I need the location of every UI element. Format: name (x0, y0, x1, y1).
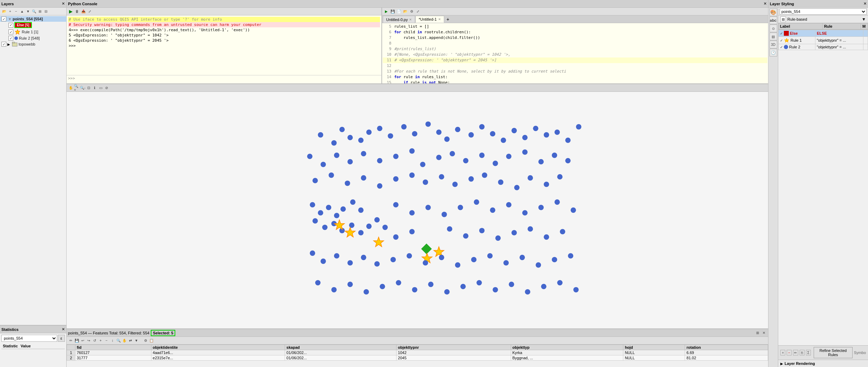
move-selection-icon[interactable]: ↕ (110, 338, 115, 344)
tab-untitled-1[interactable]: *Untitled-1 ✕ (415, 16, 444, 23)
pan-selection-icon[interactable]: ✋ (122, 338, 127, 344)
filter-icon[interactable]: ▼ (134, 338, 139, 344)
copy-icon[interactable]: 📋 (149, 338, 154, 344)
copy-rule-icon[interactable]: ⎘ (800, 350, 805, 355)
deselect-icon[interactable]: ⊘ (104, 85, 109, 91)
tab-untitled-0[interactable]: Untitled-0.py ✕ (383, 16, 415, 23)
python-console-close-icon[interactable]: ✕ (764, 1, 767, 6)
undo-icon[interactable]: ↩ (80, 338, 86, 344)
remove-layer-icon[interactable]: − (13, 9, 19, 14)
layer-filter-icon[interactable]: 🔍 (31, 9, 37, 14)
refresh-icon[interactable]: ↺ (92, 338, 97, 344)
zoom-extent-icon[interactable]: ⊡ (86, 85, 91, 91)
tab-untitled-1-close[interactable]: ✕ (438, 18, 441, 21)
else-check[interactable]: ✓ (780, 32, 783, 35)
renderer-dropdown-icon[interactable]: ▼ (862, 17, 866, 22)
zoom-selection-icon[interactable]: 🔍 (116, 338, 121, 344)
attr-col-rotation[interactable]: rotation (685, 345, 768, 350)
clear-icon[interactable]: 🗑 (74, 9, 80, 14)
layers-close-icon[interactable]: ✕ (62, 1, 65, 6)
attr-col-fid[interactable]: fid (75, 345, 151, 350)
table-settings-icon[interactable]: ⚙ (143, 338, 148, 344)
layer-item-topowebb[interactable]: ▶ topowebb (0, 41, 66, 47)
redo-icon[interactable]: ↪ (86, 338, 91, 344)
styling-3d-icon[interactable]: 3D (769, 41, 777, 48)
editor-open-icon[interactable]: 📂 (402, 9, 408, 14)
add-feature-icon[interactable]: + (98, 338, 103, 344)
editor-expand-icon[interactable]: ⤢ (415, 9, 421, 14)
edit-icon[interactable]: ✏ (68, 338, 74, 344)
save-edits-icon[interactable]: 💾 (74, 338, 80, 344)
open-layer-icon[interactable]: 📂 (1, 9, 7, 14)
zoom-in-icon[interactable]: 🔍+ (74, 85, 80, 91)
editor-run-icon[interactable]: ▶ (384, 9, 389, 14)
delete-feature-icon[interactable]: − (104, 338, 109, 344)
layer-item-else[interactable]: Else [5] (0, 22, 66, 28)
add-rule-icon[interactable]: + (780, 350, 785, 355)
attr-col-objektidentite[interactable]: objektidentite (151, 345, 285, 350)
run-icon[interactable]: ▶ (68, 9, 74, 14)
attr-col-hojd[interactable]: hojd (623, 345, 685, 350)
rules-col-m[interactable]: M (861, 23, 868, 29)
new-tab-btn[interactable]: + (445, 16, 452, 22)
attr-col-objekttyp[interactable]: objekttyp (511, 345, 623, 350)
styling-abc-icon[interactable]: abc (769, 16, 777, 24)
pan-icon[interactable]: ✋ (68, 85, 74, 91)
layer-item-points554[interactable]: ▼ points_554 [554] (0, 16, 66, 22)
layer-checkbox-rule1[interactable] (8, 29, 13, 34)
expand-console-icon[interactable]: ⤢ (87, 9, 93, 14)
rule-row-2[interactable]: ✓ Rule 2 "objekttypnr" = ... (779, 44, 868, 50)
attr-table-close-icon[interactable]: ✕ (761, 330, 767, 336)
attr-col-objekttypnr[interactable]: objekttypnr (396, 345, 511, 350)
layer-rendering-toggle[interactable]: ▶ Layer Rendering (780, 361, 866, 366)
tab-untitled-0-close[interactable]: ✕ (409, 18, 412, 21)
stats-layer-select[interactable]: points_554 (1, 335, 57, 342)
table-row[interactable]: 2 31777 e2315e7e... 01/06/202... 2045 By… (67, 355, 768, 361)
rules-col-label[interactable]: Label (779, 23, 823, 29)
table-row[interactable]: 1 760127 4aad71e6... 01/06/202... 1042 K… (67, 350, 768, 355)
code-editor[interactable]: 5rules_list = [] 6for child in rootrule.… (382, 23, 768, 83)
zoom-out-icon[interactable]: 🔍- (80, 85, 86, 91)
stats-filter-btn[interactable]: ε (58, 335, 65, 342)
remove-rule-icon[interactable]: − (787, 350, 792, 355)
layer-item-rule1[interactable]: Rule 1 [1] (0, 28, 66, 35)
import-icon[interactable]: 📥 (81, 9, 86, 14)
rule1-check[interactable]: ✓ (780, 39, 783, 42)
select-icon[interactable]: ▭ (98, 85, 103, 91)
layer-item-rule2[interactable]: Rule 2 [548] (0, 35, 66, 41)
identify-icon[interactable]: ℹ (92, 85, 97, 91)
layer-checkbox-points554[interactable] (1, 16, 6, 21)
styling-close-icon[interactable]: ✕ (863, 1, 867, 6)
rules-col-rule[interactable]: Rule (822, 23, 861, 29)
styling-paint-icon[interactable]: 🎨 (769, 8, 777, 16)
layer-checkbox-topowebb[interactable] (1, 42, 6, 47)
layer-expand-icon[interactable]: ⊞ (37, 9, 43, 14)
editor-save-icon[interactable]: 💾 (390, 9, 395, 14)
rule2-check[interactable]: ✓ (780, 45, 783, 49)
attr-table-dock-icon[interactable]: ⊞ (755, 330, 760, 336)
attr-col-skapad[interactable]: skapad (285, 345, 396, 350)
layer-up-icon[interactable]: ▲ (19, 9, 25, 14)
editor-settings-icon[interactable]: ⚙ (409, 9, 414, 14)
styling-diagram-icon[interactable]: ⊙ (769, 25, 777, 32)
refine-selected-rules-button[interactable]: Refine Selected Rules (814, 347, 853, 358)
stats-close-icon[interactable]: ✕ (62, 327, 65, 332)
editor-new-icon[interactable]: 📄 (396, 9, 402, 14)
styling-history-icon[interactable]: 🕐 (769, 49, 777, 56)
layer-collapse-icon[interactable]: ⊟ (43, 9, 49, 14)
layer-name-select[interactable]: points_554 (780, 8, 867, 15)
layer-down-icon[interactable]: ▼ (25, 9, 31, 14)
invert-selection-icon[interactable]: ⇄ (128, 338, 133, 344)
stats-rule-icon[interactable]: Σ (806, 350, 811, 355)
edit-rule-icon[interactable]: ✏ (793, 350, 798, 355)
add-layer-icon[interactable]: + (7, 9, 13, 14)
console-input[interactable]: >>> (67, 75, 381, 83)
styling-source-icon[interactable]: ▤ (769, 33, 777, 40)
else-badge[interactable]: Else [5] (14, 22, 32, 28)
map-view[interactable] (67, 92, 768, 328)
stats-col-value: Value (19, 344, 32, 348)
rule-row-1[interactable]: ✓ Rule 1 "objekttypnr" = ... (779, 37, 868, 44)
rule-row-else[interactable]: ✓ Else ELSE (779, 30, 868, 37)
layer-checkbox-else[interactable] (8, 23, 13, 28)
layer-checkbox-rule2[interactable] (8, 36, 13, 41)
